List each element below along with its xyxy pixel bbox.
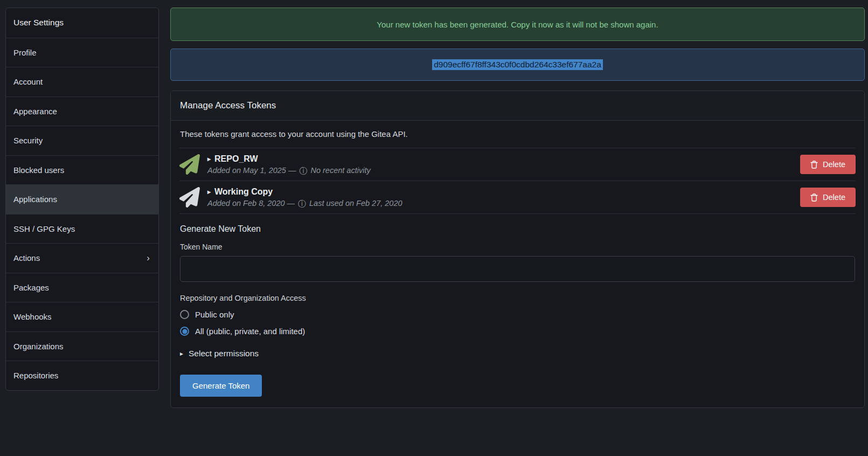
delete-token-button[interactable]: Delete (800, 155, 856, 174)
token-added-date: Added on May 1, 2025 — (207, 166, 296, 175)
sidebar-item-packages[interactable]: Packages (6, 273, 158, 302)
token-title[interactable]: ▸ Working Copy (207, 187, 793, 197)
paper-plane-icon (179, 154, 200, 175)
sidebar-item-label: Blocked users (13, 165, 64, 175)
radio-option-public-only[interactable]: Public only (180, 310, 855, 319)
delete-button-label: Delete (823, 193, 845, 202)
generate-section-heading: Generate New Token (171, 214, 864, 236)
paper-plane-icon (179, 187, 200, 208)
radio-label: Public only (195, 310, 234, 319)
panel-title: Manage Access Tokens (171, 91, 864, 121)
panel-description: These tokens grant access to your accoun… (171, 121, 864, 148)
success-banner: Your new token has been generated. Copy … (170, 8, 865, 41)
select-permissions-toggle[interactable]: ▸ Select permissions (180, 349, 855, 358)
token-activity: Last used on Feb 27, 2020 (309, 199, 402, 208)
token-row: ▸ Working Copy Added on Feb 8, 2020 — ⓘ … (171, 181, 864, 213)
select-permissions-label: Select permissions (189, 349, 259, 358)
sidebar-item-label: Actions (13, 253, 40, 262)
sidebar-item-label: Packages (13, 283, 49, 292)
new-token-box[interactable]: d909ecff67f8ff343c0f0cdbd264c33ef677aa2a (170, 49, 865, 81)
sidebar-item-label: Webhooks (13, 312, 52, 321)
expand-triangle-icon: ▸ (180, 350, 183, 357)
sidebar-item-label: Repositories (13, 371, 58, 380)
sidebar-item-label: Organizations (13, 342, 64, 351)
sidebar-item-appearance[interactable]: Appearance (6, 96, 158, 126)
sidebar-item-label: User Settings (13, 18, 64, 27)
generate-token-button[interactable]: Generate Token (180, 375, 262, 397)
delete-button-label: Delete (823, 160, 845, 169)
access-tokens-panel: Manage Access Tokens These tokens grant … (170, 91, 865, 408)
token-row: ▸ REPO_RW Added on May 1, 2025 — ⓘ No re… (171, 148, 864, 181)
sidebar-item-blocked-users[interactable]: Blocked users (6, 155, 158, 185)
info-icon: ⓘ (299, 167, 307, 175)
token-title[interactable]: ▸ REPO_RW (207, 154, 793, 164)
trash-icon (810, 161, 818, 169)
new-token-value[interactable]: d909ecff67f8ff343c0f0cdbd264c33ef677aa2a (432, 59, 603, 70)
sidebar-item-webhooks[interactable]: Webhooks (6, 302, 158, 331)
chevron-right-icon: › (147, 253, 150, 262)
sidebar-item-label: Profile (13, 48, 37, 57)
expand-triangle-icon[interactable]: ▸ (207, 188, 211, 196)
radio-icon[interactable] (180, 310, 189, 319)
expand-triangle-icon[interactable]: ▸ (207, 155, 211, 163)
sidebar-item-label: Security (13, 136, 43, 145)
token-meta: Added on Feb 8, 2020 — ⓘ Last used on Fe… (207, 199, 793, 208)
sidebar-item-label: Account (13, 77, 43, 86)
access-scope-label: Repository and Organization Access (180, 294, 855, 302)
sidebar-item-applications[interactable]: Applications (6, 184, 158, 214)
sidebar-item-account[interactable]: Account (6, 67, 158, 96)
token-meta: Added on May 1, 2025 — ⓘ No recent activ… (207, 166, 793, 175)
settings-sidebar: User Settings Profile Account Appearance… (5, 8, 159, 391)
token-name: REPO_RW (214, 154, 258, 164)
token-name: Working Copy (214, 187, 273, 197)
token-activity: No recent activity (310, 166, 370, 175)
token-added-date: Added on Feb 8, 2020 — (207, 199, 295, 208)
sidebar-item-label: Applications (13, 195, 57, 204)
token-info: ▸ REPO_RW Added on May 1, 2025 — ⓘ No re… (207, 154, 793, 175)
sidebar-item-organizations[interactable]: Organizations (6, 331, 158, 361)
token-name-input[interactable] (180, 256, 855, 282)
sidebar-item-user-settings[interactable]: User Settings (6, 8, 158, 38)
sidebar-item-repositories[interactable]: Repositories (6, 361, 158, 390)
sidebar-item-profile[interactable]: Profile (6, 38, 158, 67)
token-info: ▸ Working Copy Added on Feb 8, 2020 — ⓘ … (207, 187, 793, 208)
radio-label: All (public, private, and limited) (195, 327, 305, 336)
trash-icon (810, 194, 818, 202)
radio-option-all[interactable]: All (public, private, and limited) (180, 327, 855, 336)
radio-checked-icon[interactable] (180, 327, 189, 336)
info-icon: ⓘ (298, 199, 306, 208)
token-name-label: Token Name (180, 243, 855, 251)
sidebar-item-security[interactable]: Security (6, 126, 158, 155)
sidebar-item-ssh-gpg-keys[interactable]: SSH / GPG Keys (6, 214, 158, 244)
success-message: Your new token has been generated. Copy … (377, 20, 658, 29)
sidebar-item-actions[interactable]: Actions › (6, 243, 158, 273)
generate-token-form: Token Name Repository and Organization A… (171, 236, 864, 407)
main-content: Your new token has been generated. Copy … (170, 8, 865, 408)
sidebar-item-label: Appearance (13, 107, 57, 116)
sidebar-item-label: SSH / GPG Keys (13, 224, 75, 233)
delete-token-button[interactable]: Delete (800, 188, 856, 207)
